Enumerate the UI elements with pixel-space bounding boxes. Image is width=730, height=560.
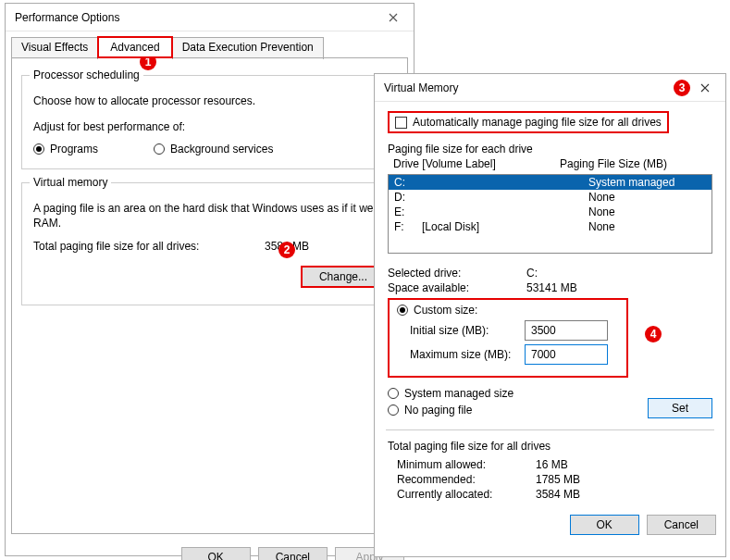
custom-size-highlight: Custom size: Initial size (MB): Maximum … xyxy=(388,298,628,378)
space-available-label: Space available: xyxy=(388,281,526,294)
ok-button[interactable]: OK xyxy=(181,547,251,560)
titlebar: Virtual Memory 3 xyxy=(375,74,725,102)
group-legend: Processor scheduling xyxy=(30,68,143,81)
auto-manage-checkbox[interactable]: Automatically manage paging file size fo… xyxy=(395,116,662,129)
close-icon xyxy=(389,13,398,22)
radio-background-services[interactable]: Background services xyxy=(154,143,273,156)
vm-total-label: Total paging file size for all drives: xyxy=(33,240,265,253)
tab-body: 1 Processor scheduling Choose how to all… xyxy=(11,57,408,534)
drive-row-d[interactable]: D: None xyxy=(389,190,711,205)
ok-button[interactable]: OK xyxy=(570,515,639,535)
drive-row-e[interactable]: E: None xyxy=(389,205,711,219)
maximum-size-input[interactable] xyxy=(525,344,608,365)
proc-desc: Choose how to allocate processor resourc… xyxy=(33,94,386,107)
vm-desc: A paging file is an area on the hard dis… xyxy=(33,202,386,230)
dialog-title: Virtual Memory xyxy=(384,81,648,94)
titlebar: Performance Options xyxy=(6,4,414,31)
dialog-footer: OK Cancel Apply xyxy=(6,540,414,560)
virtual-memory-group: Virtual memory A paging file is an area … xyxy=(21,182,398,305)
tab-visual-effects[interactable]: Visual Effects xyxy=(11,37,98,59)
set-button[interactable]: Set xyxy=(648,398,712,418)
selected-drive-label: Selected drive: xyxy=(388,267,526,280)
radio-system-managed[interactable]: System managed size xyxy=(388,387,648,400)
radio-custom-size[interactable]: Custom size: xyxy=(397,304,619,317)
annotation-marker-2: 2 xyxy=(278,242,295,258)
auto-manage-highlight: Automatically manage paging file size fo… xyxy=(388,111,669,133)
virtual-memory-dialog: Virtual Memory 3 Automatically manage pa… xyxy=(374,73,726,557)
separator xyxy=(386,429,714,430)
drive-table[interactable]: C: System managed D: None E: None F: [Lo… xyxy=(388,174,712,254)
radio-no-paging[interactable]: No paging file xyxy=(388,404,648,417)
radio-programs[interactable]: Programs xyxy=(33,143,98,156)
radio-dot-icon xyxy=(154,143,165,155)
tab-advanced[interactable]: Advanced xyxy=(97,36,172,58)
min-allowed-value: 16 MB xyxy=(536,458,568,471)
radio-dot-icon xyxy=(388,404,399,416)
annotation-marker-4: 4 xyxy=(645,326,662,342)
drive-row-f[interactable]: F: [Local Disk] None xyxy=(389,219,711,234)
close-icon xyxy=(700,83,710,93)
annotation-marker-3: 3 xyxy=(674,80,690,96)
initial-size-input[interactable] xyxy=(525,320,608,341)
total-paging-legend: Total paging file size for all drives xyxy=(388,440,712,453)
currently-allocated-label: Currently allocated: xyxy=(397,488,536,501)
drive-row-c[interactable]: C: System managed xyxy=(389,175,711,190)
close-button[interactable] xyxy=(378,5,408,31)
cancel-button[interactable]: Cancel xyxy=(647,515,716,535)
min-allowed-label: Minimum allowed: xyxy=(397,458,536,471)
currently-allocated-value: 3584 MB xyxy=(536,488,580,501)
processor-scheduling-group: Processor scheduling Choose how to alloc… xyxy=(21,75,398,169)
cancel-button[interactable]: Cancel xyxy=(258,547,328,560)
each-drive-label: Paging file size for each drive xyxy=(388,143,712,156)
maximum-size-label: Maximum size (MB): xyxy=(397,348,517,361)
drive-table-header: Drive [Volume Label] Paging File Size (M… xyxy=(388,156,712,172)
group-legend: Virtual memory xyxy=(30,176,111,189)
radio-dot-icon xyxy=(33,143,44,155)
radio-dot-icon xyxy=(397,305,408,316)
initial-size-label: Initial size (MB): xyxy=(397,324,517,337)
recommended-label: Recommended: xyxy=(397,473,536,486)
recommended-value: 1785 MB xyxy=(536,473,580,486)
radio-dot-icon xyxy=(388,388,399,399)
tab-dep[interactable]: Data Execution Prevention xyxy=(172,37,324,59)
close-button[interactable] xyxy=(690,75,720,101)
selected-drive-value: C: xyxy=(526,267,538,280)
dialog-body: Automatically manage paging file size fo… xyxy=(375,102,725,506)
proc-adjust: Adjust for best performance of: xyxy=(33,120,386,133)
checkbox-icon xyxy=(395,117,407,129)
performance-options-dialog: Performance Options Visual Effects Advan… xyxy=(5,3,414,556)
dialog-footer: OK Cancel xyxy=(375,506,725,542)
dialog-title: Performance Options xyxy=(15,11,378,24)
space-available-value: 53141 MB xyxy=(526,281,577,294)
tabs: Visual Effects Advanced Data Execution P… xyxy=(11,35,408,57)
